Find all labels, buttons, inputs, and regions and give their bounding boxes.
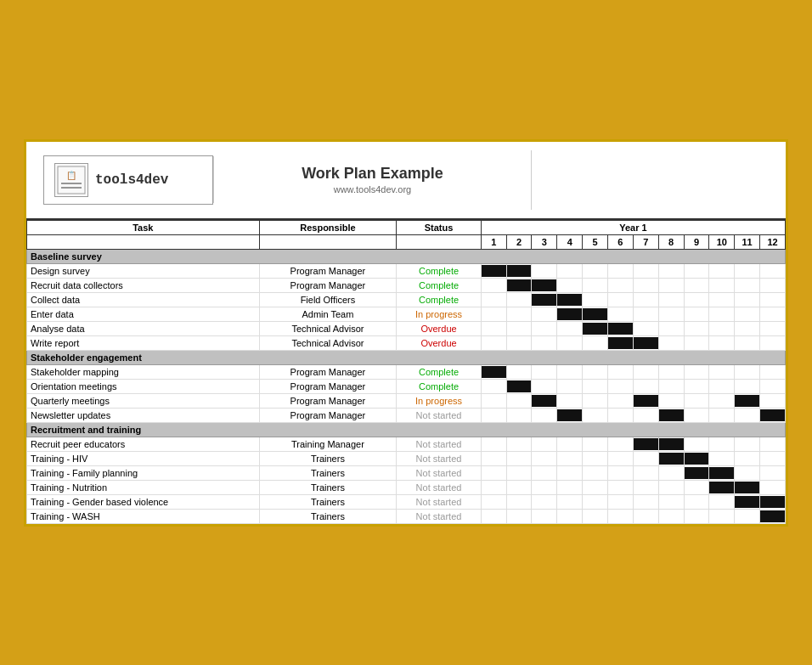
table-row: Training - HIVTrainersNot started <box>27 451 786 465</box>
gantt-cell-month-12 <box>760 335 786 350</box>
table-row: Write reportTechnical AdvisorOverdue <box>27 335 786 350</box>
gantt-cell-month-3 <box>532 307 557 321</box>
gantt-bar-empty <box>532 496 556 508</box>
task-name: Training - HIV <box>27 451 260 465</box>
month-4: 4 <box>557 234 583 249</box>
gantt-cell-month-8 <box>658 263 684 278</box>
gantt-bar-empty <box>760 337 785 349</box>
gantt-cell-month-4 <box>557 393 583 408</box>
month-1: 1 <box>481 234 506 249</box>
gantt-bar-empty <box>583 265 607 277</box>
gantt-bar-empty <box>557 482 582 493</box>
gantt-cell-month-3 <box>532 379 557 393</box>
gantt-cell-month-12 <box>760 364 786 379</box>
gantt-bar-empty <box>685 323 709 335</box>
gantt-bar-empty <box>634 453 658 465</box>
gantt-cell-month-8 <box>658 379 684 393</box>
gantt-cell-month-9 <box>684 292 709 307</box>
gantt-bar-empty <box>735 337 759 349</box>
gantt-cell-month-2 <box>506 379 532 393</box>
gantt-cell-month-8 <box>658 393 684 408</box>
task-name: Orientation meetings <box>27 379 260 393</box>
year-label: Year 1 <box>481 220 785 234</box>
gantt-cell-month-3 <box>532 278 557 292</box>
status-badge: Complete <box>397 292 481 307</box>
table-row: Quarterly meetingsProgram ManagerIn prog… <box>27 393 786 408</box>
gantt-cell-month-2 <box>506 335 532 350</box>
section-row: Baseline survey <box>27 249 786 263</box>
gantt-bar-empty <box>709 265 734 277</box>
gantt-bar-empty <box>532 467 556 479</box>
status-badge: Not started <box>397 437 481 451</box>
month-10: 10 <box>709 234 735 249</box>
gantt-bar-empty <box>634 482 658 493</box>
gantt-cell-month-4 <box>557 278 583 292</box>
gantt-cell-month-4 <box>557 335 583 350</box>
gantt-bar-empty <box>685 438 709 450</box>
task-col-empty <box>27 234 260 249</box>
gantt-bar-empty <box>608 510 633 522</box>
gantt-cell-month-7 <box>633 465 658 480</box>
gantt-bar-empty <box>557 265 582 277</box>
gantt-cell-month-1 <box>481 480 506 494</box>
gantt-cell-month-10 <box>709 335 735 350</box>
gantt-cell-month-11 <box>735 292 760 307</box>
gantt-cell-month-7 <box>633 379 658 393</box>
gantt-cell-month-5 <box>583 278 608 292</box>
gantt-bar-empty <box>583 482 607 493</box>
gantt-bar-empty <box>608 366 633 378</box>
gantt-cell-month-10 <box>709 451 735 465</box>
gantt-bar-empty <box>557 366 582 378</box>
gantt-bar-empty <box>557 467 582 479</box>
gantt-cell-month-1 <box>481 379 506 393</box>
gantt-cell-month-4 <box>557 437 583 451</box>
gantt-bar <box>735 395 759 407</box>
gantt-bar <box>634 337 658 349</box>
gantt-bar-empty <box>709 380 734 392</box>
gantt-bar-empty <box>532 337 556 349</box>
gantt-bar-empty <box>634 323 658 335</box>
gantt-bar <box>532 279 556 291</box>
gantt-cell-month-12 <box>760 307 786 321</box>
gantt-cell-month-7 <box>633 408 658 422</box>
status-col-header: Status <box>397 220 481 234</box>
gantt-bar-empty <box>659 366 684 378</box>
gantt-cell-month-12 <box>760 263 786 278</box>
gantt-cell-month-3 <box>532 494 557 509</box>
gantt-cell-month-6 <box>607 494 633 509</box>
gantt-bar-empty <box>709 337 734 349</box>
gantt-cell-month-12 <box>760 393 786 408</box>
gantt-bar <box>659 409 684 421</box>
gantt-bar-empty <box>760 366 785 378</box>
gantt-cell-month-11 <box>735 408 760 422</box>
gantt-cell-month-8 <box>658 437 684 451</box>
task-name: Training - Family planning <box>27 465 260 480</box>
gantt-cell-month-2 <box>506 451 532 465</box>
gantt-cell-month-4 <box>557 321 583 335</box>
table-row: Newsletter updatesProgram ManagerNot sta… <box>27 408 786 422</box>
gantt-bar <box>532 294 556 306</box>
gantt-bar-empty <box>735 265 759 277</box>
gantt-bar-empty <box>760 265 785 277</box>
task-name: Collect data <box>27 292 260 307</box>
gantt-cell-month-4 <box>557 509 583 523</box>
task-name: Training - Nutrition <box>27 480 260 494</box>
gantt-bar <box>557 409 582 421</box>
gantt-cell-month-6 <box>607 364 633 379</box>
status-badge: Complete <box>397 379 481 393</box>
gantt-bar-empty <box>608 395 633 407</box>
gantt-bar-empty <box>685 409 709 421</box>
gantt-bar-empty <box>760 467 785 479</box>
gantt-bar-empty <box>583 337 607 349</box>
gantt-cell-month-3 <box>532 509 557 523</box>
gantt-cell-month-12 <box>760 451 786 465</box>
gantt-bar-empty <box>482 482 506 493</box>
responsible-name: Program Manager <box>259 379 397 393</box>
gantt-bar-empty <box>709 308 734 320</box>
gantt-bar-empty <box>685 265 709 277</box>
gantt-cell-month-2 <box>506 321 532 335</box>
gantt-cell-month-7 <box>633 364 658 379</box>
responsible-name: Trainers <box>259 465 397 480</box>
gantt-cell-month-1 <box>481 437 506 451</box>
gantt-cell-month-11 <box>735 307 760 321</box>
